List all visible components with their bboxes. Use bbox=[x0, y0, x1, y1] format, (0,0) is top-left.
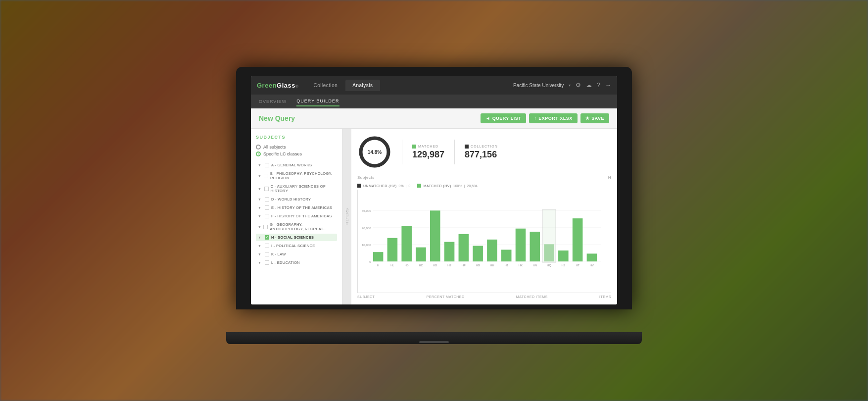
bar-ht[interactable] bbox=[573, 218, 583, 261]
footer-subject: SUBJECT bbox=[357, 295, 375, 299]
chart-col-subjects: Subjects bbox=[357, 175, 375, 180]
bar-hd[interactable] bbox=[430, 210, 440, 261]
subject-checkbox-h[interactable] bbox=[265, 235, 269, 240]
subject-list: ▼A - GENERAL WORKS▼B - PHILOSOPHY, PSYCH… bbox=[256, 161, 337, 266]
university-dropdown-arrow[interactable]: ▾ bbox=[569, 83, 571, 88]
svg-text:HS: HS bbox=[561, 264, 565, 267]
legend-matched-box bbox=[417, 184, 421, 188]
subject-chevron-c: ▼ bbox=[258, 187, 262, 191]
vertical-sidebar: FILTERS bbox=[342, 129, 351, 304]
subject-checkbox-i[interactable] bbox=[265, 244, 269, 248]
bar-hb[interactable] bbox=[401, 226, 412, 261]
sub-nav: OVERVIEW QUERY BUILDER bbox=[251, 95, 617, 108]
legend-unmatched: UNMATCHED (HV) 0% | 0 bbox=[357, 184, 410, 188]
subject-checkbox-c[interactable] bbox=[264, 187, 269, 191]
bar-hc[interactable] bbox=[416, 248, 426, 261]
subject-label-f: F - HISTORY OF THE AMERICAS bbox=[271, 214, 332, 218]
subject-checkbox-k[interactable] bbox=[265, 252, 269, 256]
subject-item-f[interactable]: ▼F - HISTORY OF THE AMERICAS bbox=[256, 212, 337, 220]
main-content: New Query ◄ QUERY LIST ↑ EXPORT XLSX ★ S bbox=[251, 108, 617, 304]
stat-matched: MATCHED 129,987 bbox=[412, 145, 444, 160]
laptop-wrapper: GreenGlass® Collection Analysis Pacific … bbox=[236, 67, 632, 344]
gear-icon[interactable]: ⚙ bbox=[576, 82, 581, 89]
tab-collection[interactable]: Collection bbox=[306, 80, 344, 91]
svg-text:HB: HB bbox=[405, 264, 409, 267]
bar-h[interactable] bbox=[373, 252, 384, 261]
subject-item-h[interactable]: ▼H - SOCIAL SCIENCES bbox=[256, 234, 337, 241]
subject-checkbox-a[interactable] bbox=[265, 163, 269, 167]
export-xlsx-button[interactable]: ↑ EXPORT XLSX bbox=[529, 113, 578, 123]
subject-item-e[interactable]: ▼E - HISTORY OF THE AMERICAS bbox=[256, 204, 337, 211]
chart-header-row: Subjects H bbox=[357, 175, 611, 180]
subject-item-d[interactable]: ▼D - WORLD HISTORY bbox=[256, 196, 337, 203]
svg-text:HE: HE bbox=[447, 264, 451, 267]
subnav-overview[interactable]: OVERVIEW bbox=[259, 97, 287, 106]
legend-matched-count: 20,594 bbox=[467, 184, 478, 188]
subject-chevron-d: ▼ bbox=[258, 198, 263, 201]
bar-hk[interactable] bbox=[516, 229, 526, 261]
svg-text:10,000: 10,000 bbox=[362, 243, 371, 247]
university-selector[interactable]: Pacific State University bbox=[513, 83, 564, 88]
subject-checkbox-e[interactable] bbox=[265, 205, 269, 210]
subject-checkbox-g[interactable] bbox=[263, 225, 268, 229]
nav-right: Pacific State University ▾ ⚙ ☁ ? → bbox=[513, 82, 611, 89]
radio-group: All subjects Specific LC classes bbox=[256, 145, 337, 156]
chart-area: Subjects H UNMATCHED (HV) 0% | 0 bbox=[357, 175, 611, 299]
subject-item-k[interactable]: ▼K - LAW bbox=[256, 251, 337, 258]
stat-collection-label-row: COLLECTION bbox=[465, 145, 498, 149]
stat-divider-1 bbox=[402, 140, 402, 164]
svg-text:HQ: HQ bbox=[547, 264, 551, 267]
subject-checkbox-f[interactable] bbox=[265, 214, 269, 218]
brand-accent: Green bbox=[257, 82, 277, 89]
signout-icon[interactable]: → bbox=[605, 82, 611, 89]
bar-hv[interactable] bbox=[587, 253, 597, 261]
bar-hq[interactable] bbox=[544, 244, 554, 261]
bar-hs[interactable] bbox=[558, 251, 569, 261]
subject-checkbox-d[interactable] bbox=[265, 197, 269, 201]
svg-text:HF: HF bbox=[462, 264, 466, 267]
subject-item-b[interactable]: ▼B - PHILOSOPHY, PSYCHOLOGY, RELIGION bbox=[256, 170, 337, 182]
subject-item-a[interactable]: ▼A - GENERAL WORKS bbox=[256, 161, 337, 169]
legend-matched: MATCHED (HV) 100% | 20,594 bbox=[417, 184, 478, 188]
subject-item-i[interactable]: ▼I - POLITICAL SCIENCE bbox=[256, 242, 337, 250]
bar-hg[interactable] bbox=[473, 246, 483, 261]
radio-all-subjects[interactable]: All subjects bbox=[256, 145, 337, 150]
help-icon[interactable]: ? bbox=[597, 82, 600, 89]
subject-item-c[interactable]: ▼C - AUXILIARY SCIENCES OF HISTORY bbox=[256, 183, 337, 195]
header-buttons: ◄ QUERY LIST ↑ EXPORT XLSX ★ SAVE bbox=[481, 113, 609, 123]
footer-items: ITEMS bbox=[599, 295, 611, 299]
subject-item-g[interactable]: ▼G - GEOGRAPHY, ANTHROPOLOGY, RECREAT... bbox=[256, 221, 337, 233]
bar-hn[interactable] bbox=[530, 232, 540, 261]
tab-analysis[interactable]: Analysis bbox=[345, 80, 380, 91]
donut-label: 14.8% bbox=[368, 150, 382, 155]
subject-item-l[interactable]: ▼L - EDUCATION bbox=[256, 259, 337, 266]
subnav-query-builder[interactable]: QUERY BUILDER bbox=[296, 97, 339, 106]
bar-he[interactable] bbox=[444, 242, 455, 262]
subject-label-d: D - WORLD HISTORY bbox=[271, 197, 311, 201]
cloud-icon[interactable]: ☁ bbox=[586, 82, 592, 89]
bar-hf[interactable] bbox=[459, 234, 469, 261]
query-list-button[interactable]: ◄ QUERY LIST bbox=[481, 113, 526, 123]
subject-checkbox-b[interactable] bbox=[264, 174, 268, 178]
query-list-label: QUERY LIST bbox=[492, 116, 522, 121]
brand-name: Glass bbox=[277, 82, 295, 89]
radio-specific-lc[interactable]: Specific LC classes bbox=[256, 151, 337, 156]
matched-label: MATCHED bbox=[418, 145, 438, 148]
subject-label-a: A - GENERAL WORKS bbox=[271, 163, 312, 167]
subject-label-b: B - PHILOSOPHY, PSYCHOLOGY, RELIGION bbox=[270, 171, 335, 180]
query-list-icon: ◄ bbox=[485, 116, 490, 121]
subject-chevron-a: ▼ bbox=[258, 163, 263, 167]
subjects-title: SUBJECTS bbox=[256, 135, 337, 140]
radio-circle-all bbox=[256, 145, 261, 150]
bar-hh[interactable] bbox=[487, 240, 497, 261]
radio-label-specific: Specific LC classes bbox=[263, 151, 302, 156]
subject-chevron-g: ▼ bbox=[258, 225, 261, 229]
nav-tabs: Collection Analysis bbox=[306, 80, 513, 91]
subject-checkbox-l[interactable] bbox=[265, 260, 269, 265]
bar-hj[interactable] bbox=[501, 250, 512, 261]
svg-text:HN: HN bbox=[533, 264, 537, 267]
save-button[interactable]: ★ SAVE bbox=[580, 113, 609, 123]
bar-hl[interactable] bbox=[387, 238, 398, 261]
legend-unmatched-pct: 0% bbox=[399, 184, 404, 188]
collection-value: 877,156 bbox=[465, 150, 497, 160]
